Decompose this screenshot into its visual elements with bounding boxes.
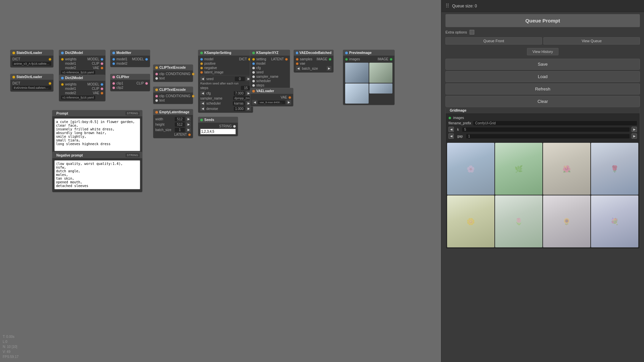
port-out xyxy=(288,96,291,99)
node-title: PreviewImage xyxy=(349,51,372,55)
preview-img-4 xyxy=(369,83,393,94)
port-in xyxy=(155,77,158,80)
node-negative-prompt: Negative prompt STRING xyxy=(52,152,143,192)
vae-increase[interactable]: ▶ xyxy=(286,100,291,105)
port-in xyxy=(252,71,255,74)
view-queue-button[interactable]: View Queue xyxy=(543,37,640,45)
status-l: L:0 xyxy=(3,339,18,344)
scheduler-decrease[interactable]: ◀ xyxy=(200,101,205,106)
grid-img-2: 🌿 xyxy=(495,143,542,195)
port-out xyxy=(188,133,191,136)
port-in xyxy=(252,67,255,69)
cfg-decrease[interactable]: ◀ xyxy=(200,91,205,96)
right-panel: ⠿ Queue size: 0 Queue Prompt Extra optio… xyxy=(441,0,644,362)
grid-img-5: 🌼 xyxy=(447,195,494,247)
grid-img-7: 🌻 xyxy=(543,195,590,247)
node-dict2model-2: Dict2Model weights MODEL model1 CLIP mod… xyxy=(59,75,106,102)
port-out xyxy=(233,125,236,128)
node-state-dict-loader-1: StateDictLoader DICT anime_v3_A-fp16.saf… xyxy=(10,50,54,68)
grid-image-title: GridImage xyxy=(450,109,466,112)
extra-options-row: Extra options xyxy=(441,28,644,36)
port-out xyxy=(101,92,103,95)
queue-prompt-button[interactable]: Queue Prompt xyxy=(445,14,640,27)
port-in xyxy=(200,62,203,65)
node-title: VAEDecodeBatched xyxy=(300,51,331,55)
load-button[interactable]: Load xyxy=(445,71,640,82)
extra-options-label: Extra options xyxy=(445,30,467,34)
node-vae-decode: VAEDecodeBatched samples IMAGE vae ◀ bat… xyxy=(293,50,334,73)
height-increase-btn[interactable]: ▶ xyxy=(186,122,191,127)
port-in xyxy=(252,75,255,78)
port-out xyxy=(192,95,195,98)
port-in xyxy=(61,83,64,86)
port-out xyxy=(101,58,103,61)
port-in xyxy=(200,67,203,69)
node-title: KSamplerXYZ xyxy=(256,51,278,55)
port-out xyxy=(390,58,392,61)
seed-decrease[interactable]: ◀ xyxy=(200,76,205,81)
node-title: ModelIter xyxy=(116,51,131,55)
port-dict-out xyxy=(49,82,51,85)
extra-options-checkbox[interactable] xyxy=(470,30,474,35)
node-preview-image: PreviewImage images IMAGE xyxy=(343,50,395,105)
prompt-title: Prompt xyxy=(56,112,68,115)
node-prompt: Prompt STRING xyxy=(52,110,143,154)
node-title: CLIPTextEncode xyxy=(159,88,186,92)
port-out xyxy=(285,58,288,61)
port-in xyxy=(155,95,158,98)
clear-button[interactable]: Clear xyxy=(445,96,640,107)
preview-img-3 xyxy=(345,83,369,104)
port-out xyxy=(145,58,148,61)
port-out xyxy=(329,58,331,61)
gap-increase-btn[interactable]: ▶ xyxy=(632,133,637,139)
port-in xyxy=(200,71,203,74)
gap-decrease-btn[interactable]: ◀ xyxy=(448,133,454,139)
denoise-increase[interactable]: ▶ xyxy=(246,106,251,111)
grid-img-6: 🌷 xyxy=(495,195,542,247)
grid-image-panel: GridImage images filename_prefix ComfyUI… xyxy=(445,107,640,249)
port-in xyxy=(252,80,255,82)
port-out xyxy=(101,83,103,86)
node-state-dict-loader-2: StateDictLoader DICT EvtlArtmix-fixed.sa… xyxy=(10,74,54,92)
status-v: V: 49 xyxy=(3,349,18,354)
sub-buttons: Queue Front View Queue xyxy=(441,36,644,46)
grid-img-3: 🌺 xyxy=(543,143,590,195)
node-title: KSamplerSetting xyxy=(204,51,231,55)
node-clip-text-encode-2: CLIPTextEncode clip CONDITIONING text xyxy=(153,86,193,104)
negative-prompt-title: Negative prompt xyxy=(56,154,83,157)
k-decrease-btn[interactable]: ◀ xyxy=(448,127,454,132)
grid-img-1: 🌸 xyxy=(447,143,494,195)
k-increase-btn[interactable]: ▶ xyxy=(632,127,637,132)
port-in xyxy=(112,82,115,85)
view-history-button[interactable]: View History xyxy=(527,48,559,55)
node-modeliter: ModelIter model1 MODEL model2 xyxy=(110,50,150,67)
batch-increase-btn[interactable]: ▶ xyxy=(186,127,191,132)
seeds-input[interactable] xyxy=(200,129,236,134)
canvas-area[interactable]: StateDictLoader DICT anime_v3_A-fp16.saf… xyxy=(0,0,441,362)
node-vae-loader: VAELoader VAE ◀ vae_ft-mse-840000... ▶ xyxy=(250,88,293,107)
batch-decrease[interactable]: ◀ xyxy=(296,66,301,71)
negative-prompt-badge: STRING xyxy=(125,153,140,157)
batch-increase2[interactable]: ▶ xyxy=(327,66,331,71)
node-ksampler-setting: KSamplerSetting model DICT positive nega… xyxy=(198,50,253,113)
node-title: StateDictLoader xyxy=(16,51,42,55)
node-title: Seeds xyxy=(204,118,214,122)
queue-size-label: Queue size: 0 xyxy=(452,4,477,8)
port-in xyxy=(296,62,299,65)
queue-front-button[interactable]: Queue Front xyxy=(445,37,542,45)
port-in xyxy=(155,73,158,75)
refresh-button[interactable]: Refresh xyxy=(445,83,640,95)
denoise-decrease[interactable]: ◀ xyxy=(200,106,205,111)
width-increase-btn[interactable]: ▶ xyxy=(186,117,191,121)
port-in xyxy=(252,62,255,65)
prompt-textarea[interactable] xyxy=(54,118,140,151)
save-button[interactable]: Save xyxy=(445,59,640,70)
negative-prompt-textarea[interactable] xyxy=(54,160,140,189)
node-title: CLIPIter xyxy=(116,75,129,79)
queue-header: ⠿ Queue size: 0 xyxy=(441,0,644,12)
port-in xyxy=(296,58,299,61)
vae-decrease[interactable]: ◀ xyxy=(252,100,257,105)
port-in xyxy=(345,58,348,61)
status-t: T: 0.00s xyxy=(3,334,18,339)
grid-icon: ⠿ xyxy=(445,3,449,9)
